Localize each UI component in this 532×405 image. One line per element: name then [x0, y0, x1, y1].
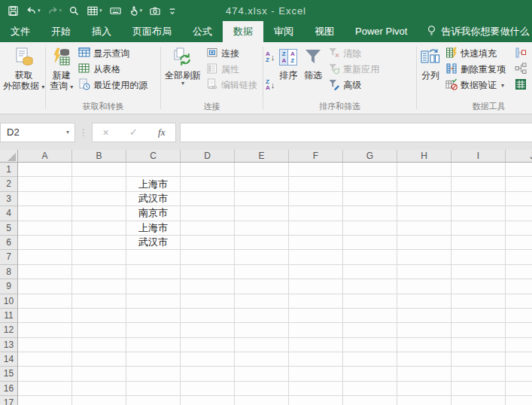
- row-header-1[interactable]: 1: [0, 163, 18, 177]
- edit-links-button[interactable]: 编辑链接: [204, 78, 260, 93]
- reapply-filter-button[interactable]: 重新应用: [326, 62, 382, 78]
- redo-icon[interactable]: ▾: [47, 5, 62, 17]
- cell-J17[interactable]: [506, 396, 532, 405]
- tab-review[interactable]: 审阅: [263, 21, 304, 42]
- cell-J4[interactable]: [506, 206, 532, 221]
- cell-A11[interactable]: [18, 309, 72, 323]
- cell-B2[interactable]: [72, 177, 126, 191]
- recent-sources-button[interactable]: 最近使用的源: [76, 78, 150, 93]
- cell-G17[interactable]: [343, 396, 397, 405]
- cell-F15[interactable]: [289, 367, 343, 381]
- col-header-B[interactable]: B: [72, 150, 126, 162]
- from-table-button[interactable]: 从表格: [76, 62, 150, 78]
- cell-A13[interactable]: [18, 338, 72, 352]
- cell-J8[interactable]: [506, 265, 532, 279]
- cell-F3[interactable]: [289, 192, 343, 206]
- cell-A3[interactable]: [18, 192, 72, 206]
- cell-E3[interactable]: [235, 192, 289, 206]
- row-header-4[interactable]: 4: [0, 206, 18, 221]
- cell-E2[interactable]: [235, 177, 289, 191]
- cell-B14[interactable]: [72, 352, 126, 367]
- cell-I7[interactable]: [451, 250, 506, 264]
- undo-icon[interactable]: ▾: [26, 5, 41, 17]
- cell-E9[interactable]: [235, 279, 289, 294]
- cell-E14[interactable]: [235, 352, 289, 367]
- cell-F1[interactable]: [289, 163, 343, 177]
- cell-I10[interactable]: [451, 294, 506, 309]
- row-header-12[interactable]: 12: [0, 323, 18, 337]
- cell-C7[interactable]: [126, 250, 181, 264]
- cell-E5[interactable]: [235, 221, 289, 236]
- col-header-J[interactable]: J: [506, 150, 532, 162]
- cell-E6[interactable]: [235, 236, 289, 250]
- cell-F16[interactable]: [289, 382, 343, 396]
- cell-J6[interactable]: [506, 236, 532, 250]
- col-header-A[interactable]: A: [18, 150, 72, 162]
- cell-H9[interactable]: [397, 279, 451, 294]
- cell-F11[interactable]: [289, 309, 343, 323]
- cell-C15[interactable]: [126, 367, 181, 381]
- cell-C3[interactable]: 武汉市: [126, 192, 181, 206]
- sort-ascending-button[interactable]: AZ↓: [264, 47, 276, 67]
- cell-I4[interactable]: [451, 206, 506, 221]
- connections-button[interactable]: 连接: [204, 46, 260, 62]
- cell-C1[interactable]: [126, 163, 181, 177]
- cell-D14[interactable]: [181, 352, 235, 367]
- cell-I14[interactable]: [451, 352, 506, 367]
- cell-J11[interactable]: [506, 309, 532, 323]
- cell-B6[interactable]: [72, 236, 126, 250]
- cell-J13[interactable]: [506, 338, 532, 352]
- magnifier-icon[interactable]: [68, 5, 80, 17]
- row-header-16[interactable]: 16: [0, 382, 18, 396]
- row-header-2[interactable]: 2: [0, 177, 18, 191]
- customize-qat-icon[interactable]: [168, 5, 177, 17]
- cell-A10[interactable]: [18, 294, 72, 309]
- cell-D10[interactable]: [181, 294, 235, 309]
- cell-D3[interactable]: [181, 192, 235, 206]
- cancel-icon[interactable]: ×: [103, 126, 109, 139]
- cell-E12[interactable]: [235, 323, 289, 337]
- cell-B16[interactable]: [72, 382, 126, 396]
- tab-file[interactable]: 文件: [0, 21, 41, 42]
- cell-C12[interactable]: [126, 323, 181, 337]
- cell-C13[interactable]: [126, 338, 181, 352]
- cell-J15[interactable]: [506, 367, 532, 381]
- cell-J14[interactable]: [506, 352, 532, 367]
- cell-G4[interactable]: [343, 206, 397, 221]
- tab-page-layout[interactable]: 页面布局: [122, 21, 182, 42]
- cell-H10[interactable]: [397, 294, 451, 309]
- cell-I12[interactable]: [451, 323, 506, 337]
- cell-H11[interactable]: [397, 309, 451, 323]
- cell-F4[interactable]: [289, 206, 343, 221]
- cell-F13[interactable]: [289, 338, 343, 352]
- get-external-data-button[interactable]: 获取 外部数据 ▾: [0, 44, 47, 92]
- cell-C17[interactable]: [126, 396, 181, 405]
- cell-F8[interactable]: [289, 265, 343, 279]
- cell-A9[interactable]: [18, 279, 72, 294]
- cell-A5[interactable]: [18, 221, 72, 236]
- cell-J1[interactable]: [506, 163, 532, 177]
- data-validation-button[interactable]: 数据验证 ▾: [443, 78, 508, 93]
- cell-A6[interactable]: [18, 236, 72, 250]
- cell-A15[interactable]: [18, 367, 72, 381]
- cell-H13[interactable]: [397, 338, 451, 352]
- cell-C2[interactable]: 上海市: [126, 177, 181, 191]
- tell-me-box[interactable]: 告诉我你想要做什么: [418, 21, 532, 42]
- advanced-filter-button[interactable]: 高级: [326, 78, 382, 93]
- cell-C5[interactable]: 上海市: [126, 221, 181, 236]
- cell-I16[interactable]: [451, 382, 506, 396]
- cell-A16[interactable]: [18, 382, 72, 396]
- cell-D5[interactable]: [181, 221, 235, 236]
- cell-B4[interactable]: [72, 206, 126, 221]
- cell-D9[interactable]: [181, 279, 235, 294]
- cell-B1[interactable]: [72, 163, 126, 177]
- row-header-15[interactable]: 15: [0, 367, 18, 381]
- cell-C4[interactable]: 南京市: [126, 206, 181, 221]
- cell-D12[interactable]: [181, 323, 235, 337]
- cell-A2[interactable]: [18, 177, 72, 191]
- row-header-6[interactable]: 6: [0, 236, 18, 250]
- cell-H1[interactable]: [397, 163, 451, 177]
- cell-C11[interactable]: [126, 309, 181, 323]
- cell-F10[interactable]: [289, 294, 343, 309]
- cell-G10[interactable]: [343, 294, 397, 309]
